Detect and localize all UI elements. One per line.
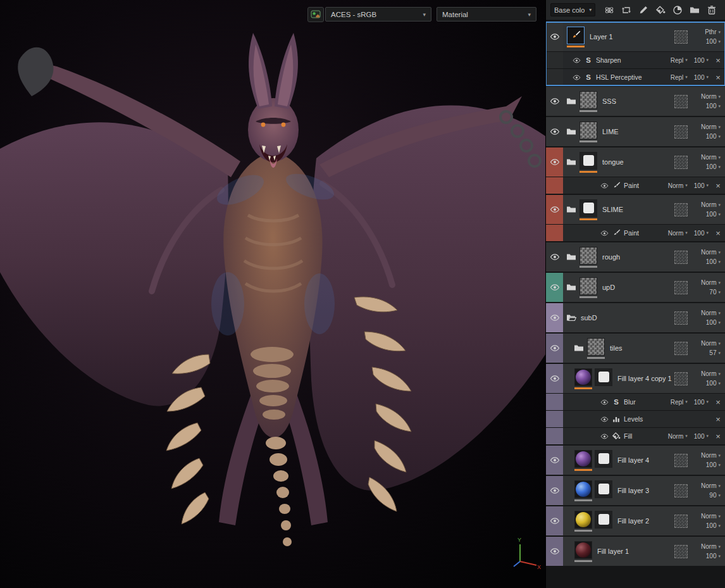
opacity-dropdown[interactable]: 100 (706, 319, 721, 326)
mask-preview[interactable] (674, 372, 688, 385)
visibility-toggle[interactable] (549, 342, 561, 354)
layer-row[interactable]: Fill layer 3 Norm 90 (546, 476, 725, 505)
effect-opacity-dropdown[interactable]: 100 (694, 399, 709, 406)
layer-thumbnail[interactable] (574, 368, 592, 389)
layer-thumbnail[interactable] (567, 27, 585, 47)
visibility-toggle[interactable] (572, 73, 581, 82)
blend-mode-dropdown[interactable]: Pthr (705, 28, 721, 35)
blend-mode-dropdown[interactable]: Norm (701, 340, 721, 347)
layer-row[interactable]: subD Norm 100 (546, 303, 725, 332)
visibility-toggle[interactable] (549, 96, 561, 107)
mask-preview[interactable] (674, 342, 688, 355)
mask-preview[interactable] (674, 30, 688, 44)
visibility-toggle[interactable] (549, 546, 561, 557)
blend-mode-dropdown[interactable]: Norm (701, 279, 721, 286)
add-folder-button[interactable] (688, 4, 701, 16)
visibility-toggle[interactable] (549, 204, 561, 215)
layer-row[interactable]: tongue Norm 100 (546, 147, 725, 177)
add-fill-layer-button[interactable] (654, 4, 667, 16)
blend-mode-dropdown[interactable]: Norm (701, 310, 721, 316)
display-mode-dropdown[interactable]: Material (437, 7, 536, 22)
opacity-dropdown[interactable]: 70 (709, 289, 721, 296)
effect-row[interactable]: Blur Repl 100 (546, 394, 725, 410)
mask-preview[interactable] (674, 95, 688, 108)
opacity-dropdown[interactable]: 100 (706, 380, 721, 387)
effect-opacity-dropdown[interactable]: 100 (694, 230, 709, 237)
mask-preview[interactable] (674, 251, 688, 264)
visibility-toggle[interactable] (600, 415, 609, 424)
remove-effect-button[interactable] (714, 73, 722, 82)
visibility-toggle[interactable] (549, 485, 561, 496)
visibility-toggle[interactable] (549, 312, 561, 323)
mask-thumbnail[interactable] (595, 368, 612, 386)
layer-row[interactable]: Fill layer 4 Norm 100 (546, 446, 725, 475)
effect-row[interactable]: Paint Norm 100 (546, 177, 725, 194)
effect-blend-dropdown[interactable]: Repl (671, 57, 688, 64)
effect-blend-dropdown[interactable]: Norm (668, 433, 688, 440)
effect-opacity-dropdown[interactable]: 100 (694, 433, 709, 440)
render-settings-button[interactable] (307, 7, 324, 22)
visibility-toggle[interactable] (549, 126, 561, 137)
blend-mode-dropdown[interactable]: Norm (701, 370, 721, 377)
layer-row[interactable]: Layer 1 Pthr 100 (546, 22, 725, 51)
layer-thumbnail[interactable] (574, 511, 592, 532)
mask-thumbnail[interactable] (579, 199, 597, 220)
visibility-toggle[interactable] (600, 432, 609, 441)
visibility-toggle[interactable] (549, 373, 561, 384)
opacity-dropdown[interactable]: 100 (706, 522, 721, 529)
opacity-dropdown[interactable]: 100 (706, 103, 721, 109)
layer-row[interactable]: Fill layer 1 Norm 100 (546, 537, 725, 566)
remove-effect-button[interactable] (714, 182, 722, 190)
remove-effect-button[interactable] (714, 432, 722, 441)
mask-preview[interactable] (674, 281, 688, 294)
mask-thumbnail[interactable] (579, 152, 597, 173)
opacity-dropdown[interactable]: 100 (706, 38, 721, 45)
layer-row[interactable]: Fill layer 4 copy 1 Norm 100 (546, 364, 725, 393)
add-paint-layer-button[interactable] (637, 4, 650, 16)
effect-blend-dropdown[interactable]: Repl (671, 399, 688, 406)
blend-mode-dropdown[interactable]: Norm (701, 482, 721, 489)
visibility-toggle[interactable] (600, 397, 609, 407)
effect-row[interactable]: Fill Norm 100 (546, 428, 725, 444)
delete-layer-button[interactable] (705, 4, 718, 16)
blend-mode-dropdown[interactable]: Norm (701, 154, 721, 161)
layer-thumbnail[interactable] (587, 338, 605, 359)
mask-thumbnail[interactable] (595, 450, 612, 468)
visibility-toggle[interactable] (549, 251, 561, 263)
blend-mode-dropdown[interactable]: Norm (701, 93, 721, 100)
visibility-toggle[interactable] (600, 181, 609, 191)
visibility-toggle[interactable] (600, 228, 609, 238)
visibility-toggle[interactable] (549, 31, 561, 42)
visibility-toggle[interactable] (549, 282, 561, 293)
blend-mode-dropdown[interactable]: Norm (701, 513, 721, 520)
layer-row[interactable]: upD Norm 70 (546, 273, 725, 302)
layer-thumbnail[interactable] (579, 247, 597, 268)
blend-mode-dropdown[interactable]: Norm (701, 201, 721, 208)
3d-viewport[interactable]: ACES - sRGB Material Y X (0, 0, 545, 588)
blend-mode-dropdown[interactable]: Norm (701, 452, 721, 459)
opacity-dropdown[interactable]: 100 (706, 258, 721, 265)
axis-gizmo[interactable]: Y X (510, 536, 542, 570)
layer-thumbnail[interactable] (579, 91, 597, 112)
effect-row[interactable]: HSL Perceptive Repl 100 (546, 69, 725, 85)
visibility-toggle[interactable] (549, 156, 561, 168)
layer-thumbnail[interactable] (574, 450, 592, 471)
effect-row[interactable]: Levels (546, 411, 725, 427)
instance-button[interactable] (620, 4, 633, 16)
remove-effect-button[interactable] (714, 56, 722, 65)
mask-preview[interactable] (674, 311, 688, 325)
opacity-dropdown[interactable]: 100 (706, 211, 721, 218)
opacity-dropdown[interactable]: 100 (706, 553, 721, 560)
effect-opacity-dropdown[interactable]: 100 (694, 74, 709, 81)
opacity-dropdown[interactable]: 90 (709, 492, 721, 499)
mask-preview[interactable] (674, 203, 688, 216)
visibility-toggle[interactable] (549, 515, 561, 527)
layer-row[interactable]: SLIME Norm 100 (546, 195, 725, 224)
layer-thumbnail[interactable] (579, 277, 597, 298)
physics-button[interactable] (603, 4, 616, 16)
layer-row[interactable]: Fill layer 2 Norm 100 (546, 506, 725, 535)
effect-opacity-dropdown[interactable]: 100 (694, 57, 709, 64)
mask-thumbnail[interactable] (595, 511, 612, 529)
mask-thumbnail[interactable] (595, 480, 612, 498)
effect-opacity-dropdown[interactable]: 100 (694, 182, 709, 189)
